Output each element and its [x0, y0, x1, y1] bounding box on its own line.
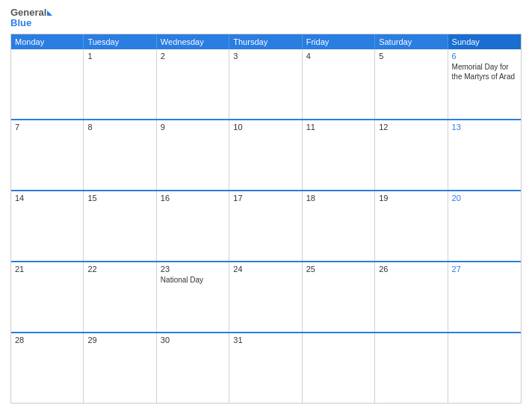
- day-number: 9: [161, 123, 225, 132]
- day-cell: 10: [229, 120, 302, 190]
- day-number: 7: [15, 123, 79, 132]
- day-cell: 28: [11, 333, 84, 403]
- event-text: National Day: [161, 276, 203, 284]
- day-header-friday: Friday: [303, 34, 375, 49]
- day-number: 16: [161, 194, 225, 203]
- day-cell: 1: [84, 49, 156, 119]
- day-number: 2: [161, 52, 225, 61]
- day-cell: 24: [229, 262, 302, 332]
- day-cell: 15: [84, 191, 156, 261]
- logo-triangle-icon: [47, 10, 52, 16]
- event-text: Memorial Day for the Martyrs of Arad: [452, 63, 515, 81]
- day-headers-row: MondayTuesdayWednesdayThursdayFridaySatu…: [11, 34, 521, 49]
- day-cell: 13: [448, 120, 521, 190]
- day-number: 8: [87, 123, 152, 132]
- day-number: 25: [306, 265, 371, 274]
- day-number: 5: [379, 52, 443, 61]
- week-row-4: 212223National Day24252627: [11, 261, 521, 332]
- week-row-5: 28293031: [11, 332, 521, 403]
- day-header-wednesday: Wednesday: [157, 34, 229, 49]
- day-number: 6: [452, 52, 517, 61]
- calendar-header: General Blue: [10, 7, 522, 29]
- week-row-1: 123456Memorial Day for the Martyrs of Ar…: [11, 49, 521, 119]
- day-cell: 22: [84, 262, 156, 332]
- day-cell: 9: [157, 120, 229, 190]
- day-cell: 2: [157, 49, 229, 119]
- day-cell: 26: [375, 262, 448, 332]
- day-cell: 14: [11, 191, 84, 261]
- day-cell: 3: [229, 49, 302, 119]
- day-number: 12: [379, 123, 443, 132]
- day-number: 4: [306, 52, 371, 61]
- day-cell: [448, 333, 521, 403]
- day-number: 10: [233, 123, 297, 132]
- day-number: 21: [15, 265, 79, 274]
- day-number: 31: [233, 336, 297, 344]
- day-cell: [303, 333, 375, 403]
- page: General Blue MondayTuesdayWednesdayThurs…: [0, 0, 532, 411]
- day-header-thursday: Thursday: [229, 34, 302, 49]
- day-cell: 11: [303, 120, 375, 190]
- day-number: 30: [161, 336, 225, 344]
- day-number: 14: [15, 194, 79, 203]
- day-number: 15: [87, 194, 152, 203]
- day-cell: [11, 49, 84, 119]
- day-number: 23: [161, 265, 225, 274]
- day-number: 22: [87, 265, 152, 274]
- day-cell: 25: [303, 262, 375, 332]
- day-cell: 12: [375, 120, 448, 190]
- day-cell: 5: [375, 49, 448, 119]
- day-number: 17: [233, 194, 297, 203]
- day-header-sunday: Sunday: [448, 34, 521, 49]
- day-cell: 4: [303, 49, 375, 119]
- day-header-saturday: Saturday: [375, 34, 448, 49]
- day-cell: 17: [229, 191, 302, 261]
- day-cell: 19: [375, 191, 448, 261]
- day-number: 26: [379, 265, 443, 274]
- logo: General Blue: [10, 7, 52, 29]
- day-number: 24: [233, 265, 297, 274]
- logo-blue-text: Blue: [10, 18, 52, 28]
- calendar-grid: MondayTuesdayWednesdayThursdayFridaySatu…: [10, 34, 522, 404]
- day-cell: 16: [157, 191, 229, 261]
- day-number: 1: [87, 52, 152, 61]
- day-cell: 30: [157, 333, 229, 403]
- day-number: 19: [379, 194, 443, 203]
- day-cell: 21: [11, 262, 84, 332]
- day-number: 18: [306, 194, 371, 203]
- day-cell: 8: [84, 120, 156, 190]
- week-row-2: 78910111213: [11, 119, 521, 190]
- day-cell: 23National Day: [157, 262, 229, 332]
- day-header-tuesday: Tuesday: [84, 34, 156, 49]
- day-cell: 29: [84, 333, 156, 403]
- day-cell: [375, 333, 448, 403]
- day-header-monday: Monday: [11, 34, 84, 49]
- week-row-3: 14151617181920: [11, 190, 521, 261]
- day-cell: 18: [303, 191, 375, 261]
- day-number: 11: [306, 123, 371, 132]
- day-cell: 6Memorial Day for the Martyrs of Arad: [448, 49, 521, 119]
- day-number: 20: [452, 194, 517, 203]
- weeks-container: 123456Memorial Day for the Martyrs of Ar…: [11, 49, 521, 403]
- day-number: 3: [233, 52, 297, 61]
- day-number: 13: [452, 123, 517, 132]
- day-cell: 31: [229, 333, 302, 403]
- day-cell: 7: [11, 120, 84, 190]
- logo-general-text: General: [10, 7, 46, 18]
- day-cell: 27: [448, 262, 521, 332]
- day-number: 27: [452, 265, 517, 274]
- day-cell: 20: [448, 191, 521, 261]
- day-number: 29: [87, 336, 152, 344]
- day-number: 28: [15, 336, 79, 344]
